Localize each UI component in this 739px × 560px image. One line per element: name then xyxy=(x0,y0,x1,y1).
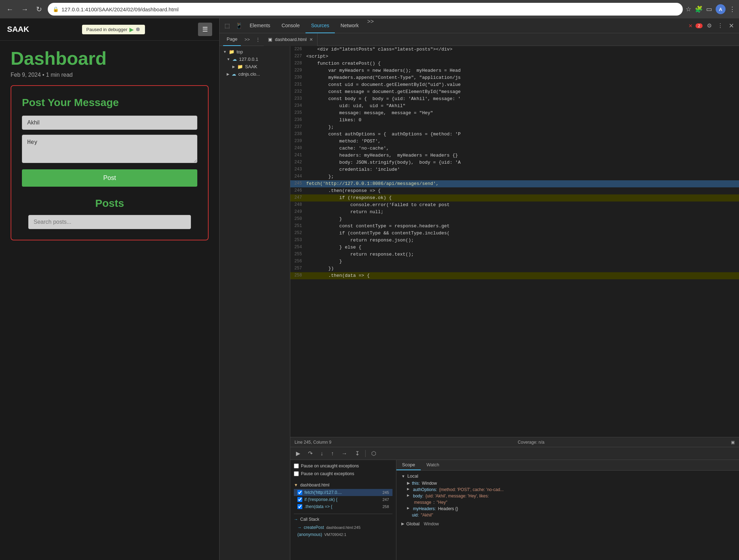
code-line-254[interactable]: 254 } else { xyxy=(290,244,739,251)
forward-button[interactable]: → xyxy=(18,4,31,15)
code-line-231[interactable]: 231 const uid = document.getElementById(… xyxy=(290,81,739,88)
record-icon[interactable]: ⏺ xyxy=(135,26,141,33)
code-line-233[interactable]: 233 const body = { body = {uid: 'Akhil',… xyxy=(290,95,739,103)
code-line-244[interactable]: 244 }; xyxy=(290,173,739,180)
code-line-238[interactable]: 238 const authOptions = { authOptions = … xyxy=(290,131,739,138)
back-button[interactable]: ← xyxy=(4,4,16,15)
code-line-236[interactable]: 236 likes: 0 xyxy=(290,117,739,124)
uid-input[interactable] xyxy=(22,116,197,130)
inspect-icon[interactable]: ⬚ xyxy=(223,21,231,30)
code-line-257[interactable]: 257 }) xyxy=(290,265,739,272)
code-line-249[interactable]: 249 return null; xyxy=(290,209,739,216)
code-line-253[interactable]: 253 return response.json(); xyxy=(290,237,739,244)
code-editor[interactable]: 226 <div id="latestPosts" class="latest-… xyxy=(290,46,739,437)
code-line-252[interactable]: 252 if (contentType && contentType.inclu… xyxy=(290,230,739,237)
breakpoint-247-checkbox[interactable] xyxy=(297,497,302,502)
tab-elements[interactable]: Elements xyxy=(244,18,276,33)
source-tab-menu[interactable]: ⋮ xyxy=(254,37,262,42)
line-number-247: 247 xyxy=(290,194,306,200)
code-line-242[interactable]: 242 body: JSON.stringify(body), body = {… xyxy=(290,159,739,166)
resume-button[interactable]: ▶ xyxy=(294,449,302,457)
code-line-226[interactable]: 226 <div id="latestPosts" class="latest-… xyxy=(290,46,739,53)
refresh-button[interactable]: ↻ xyxy=(33,4,45,15)
code-line-255[interactable]: 255 return response.text(); xyxy=(290,251,739,258)
avatar[interactable]: A xyxy=(716,4,726,14)
debug-separator xyxy=(365,450,366,457)
breakpoint-245-checkbox[interactable] xyxy=(297,490,302,495)
play-icon[interactable]: ▶ xyxy=(129,26,134,33)
code-line-228[interactable]: 228 function createPost() { xyxy=(290,60,739,67)
breakpoints-toggle[interactable]: ⬡ xyxy=(369,449,378,457)
code-line-227[interactable]: 227<script> xyxy=(290,53,739,60)
post-button[interactable]: Post xyxy=(22,169,197,187)
line-content-231: const uid = document.getElementById("uid… xyxy=(306,81,739,88)
scope-authoptions[interactable]: authOptions: {method: 'POST', cache: 'no… xyxy=(401,486,734,493)
tab-sources[interactable]: Sources xyxy=(306,18,335,33)
code-line-256[interactable]: 256 } xyxy=(290,258,739,265)
breakpoint-item-245[interactable]: fetch('http://127.0.... 245 xyxy=(294,489,392,496)
step-over-button[interactable]: ↷ xyxy=(306,449,315,457)
close-devtools-button[interactable]: ✕ xyxy=(727,21,735,31)
pause-uncaught-checkbox[interactable] xyxy=(294,463,299,468)
source-tab-more[interactable]: >> xyxy=(242,37,252,42)
layout-button[interactable]: ▭ xyxy=(706,5,712,13)
scope-tab[interactable]: Scope xyxy=(396,460,421,470)
code-line-250[interactable]: 250 } xyxy=(290,216,739,223)
scope-body[interactable]: body: {uid: 'Akhil', message: 'Hey', lik… xyxy=(401,493,734,499)
message-textarea[interactable]: Hey xyxy=(22,135,197,163)
breakpoint-item-247[interactable]: if (!response.ok) { 247 xyxy=(294,496,392,503)
settings-button[interactable]: ⚙ xyxy=(705,21,713,30)
scope-myheaders[interactable]: myHeaders: Headers {} xyxy=(401,506,734,512)
deactivate-button[interactable]: ↧ xyxy=(353,449,362,457)
code-line-237[interactable]: 237 }; xyxy=(290,124,739,131)
step-button[interactable]: → xyxy=(339,450,349,457)
code-line-251[interactable]: 251 const contentType = response.headers… xyxy=(290,223,739,230)
extensions-button[interactable]: 🧩 xyxy=(695,5,703,13)
step-out-button[interactable]: ↑ xyxy=(329,450,336,457)
call-stack-createpost[interactable]: → createPost dashboard.html:245 xyxy=(294,524,392,531)
address-bar[interactable]: 🔒 127.0.0.1:4100/SAAK/2024/02/09/dashboa… xyxy=(48,3,683,16)
tree-item-127[interactable]: ▼ ☁ 127.0.0.1 xyxy=(220,56,290,63)
line-content-247: if (!response.ok) { xyxy=(306,194,739,201)
code-line-240[interactable]: 240 cache: 'no-cache', xyxy=(290,145,739,152)
pause-caught-checkbox[interactable] xyxy=(294,471,299,476)
search-posts-input[interactable] xyxy=(28,215,191,229)
devtools-actions: ✕ 2 ⚙ ⋮ ✕ xyxy=(688,21,735,31)
scope-global-title[interactable]: ▶ Global Window xyxy=(401,521,734,526)
code-line-232[interactable]: 232 const message = document.getElementB… xyxy=(290,88,739,95)
code-line-234[interactable]: 234 uid: uid, uid = "Akhil" xyxy=(290,103,739,110)
code-line-239[interactable]: 239 method: 'POST', xyxy=(290,138,739,145)
call-stack-anonymous[interactable]: (anonymous) VM709042:1 xyxy=(294,531,392,538)
breakpoint-item-258[interactable]: .then(data => { 258 xyxy=(294,503,392,510)
code-line-258[interactable]: 258 .then(data => { xyxy=(290,272,739,279)
code-line-229[interactable]: 229 var myHeaders = new Headers(); myHea… xyxy=(290,67,739,74)
step-into-button[interactable]: ↓ xyxy=(318,450,325,457)
tree-item-cdnjs[interactable]: ▶ ☁ cdnjs.clo... xyxy=(220,70,290,78)
tab-more[interactable]: >> xyxy=(364,18,377,33)
scope-local-title[interactable]: ▼ Local xyxy=(401,473,734,479)
code-line-246[interactable]: 246 .then(response => { xyxy=(290,187,739,194)
breakpoint-258-checkbox[interactable] xyxy=(297,504,302,509)
code-line-248[interactable]: 248 console.error('Failed to create post xyxy=(290,202,739,209)
code-line-247[interactable]: 247 if (!response.ok) { xyxy=(290,194,739,202)
watch-tab[interactable]: Watch xyxy=(421,460,445,470)
code-line-230[interactable]: 230 myHeaders.append("Content-Type", "ap… xyxy=(290,74,739,81)
star-button[interactable]: ☆ xyxy=(686,5,691,13)
hamburger-button[interactable]: ☰ xyxy=(198,23,212,36)
page-title: Dashboard xyxy=(11,48,209,69)
source-file-tab[interactable]: ▣ dashboard.html ✕ xyxy=(264,33,318,46)
browser-menu-button[interactable]: ⋮ xyxy=(729,5,735,13)
tab-console[interactable]: Console xyxy=(276,18,305,33)
tree-item-saak[interactable]: ▶ 📁 SAAK xyxy=(220,63,290,70)
breakpoint-247-line: 247 xyxy=(383,497,389,502)
code-line-243[interactable]: 243 credentials: 'include' xyxy=(290,166,739,173)
tree-item-top[interactable]: ▼ 📁 top xyxy=(220,48,290,56)
device-icon[interactable]: 📱 xyxy=(234,21,244,30)
code-line-235[interactable]: 235 message: message, message = "Hey" xyxy=(290,110,739,117)
tab-network[interactable]: Network xyxy=(335,18,364,33)
code-line-241[interactable]: 241 headers: myHeaders, myHeaders = Head… xyxy=(290,152,739,159)
source-panel-tab-page[interactable]: Page xyxy=(223,33,241,46)
source-file-close-button[interactable]: ✕ xyxy=(309,37,313,42)
devtools-menu-button[interactable]: ⋮ xyxy=(716,21,725,30)
code-line-245[interactable]: 245fetch('http://127.0.0.1:8086/api/mess… xyxy=(290,180,739,187)
